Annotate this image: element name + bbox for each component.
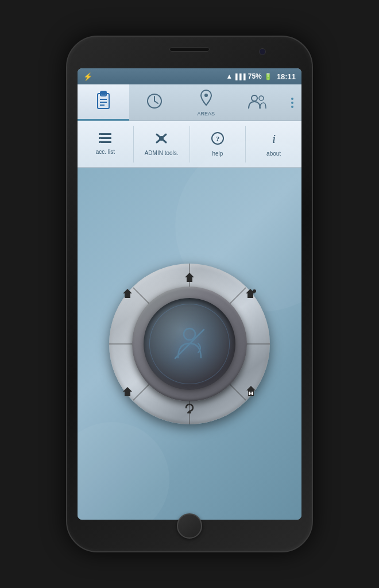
help-label: help: [212, 150, 223, 157]
svg-rect-12: [99, 133, 111, 135]
menu-item-admin-tools[interactable]: ADMIN tools.: [134, 126, 190, 163]
dial-center-button[interactable]: [144, 298, 235, 390]
svg-text:i: i: [272, 131, 276, 145]
dot-3: [291, 106, 293, 108]
dial-icon-refresh[interactable]: [184, 402, 195, 416]
svg-point-10: [252, 95, 257, 101]
home-button[interactable]: [177, 513, 202, 539]
svg-line-8: [154, 101, 158, 103]
menu-item-acc-list[interactable]: acc. list: [78, 126, 134, 163]
tab-people[interactable]: [232, 84, 284, 121]
usb-icon: ⚡: [83, 72, 92, 81]
battery-icon: 🔋: [264, 73, 272, 80]
phone-speaker: [169, 47, 210, 52]
time-display: 18:11: [277, 72, 296, 81]
bg-shape-2: [78, 422, 169, 520]
svg-rect-16: [100, 138, 100, 138]
main-content: [78, 168, 301, 520]
tab-areas[interactable]: AREAS: [180, 84, 232, 121]
phone-camera: [259, 48, 266, 55]
about-label: about: [266, 150, 281, 157]
location-icon: [200, 89, 212, 110]
overflow-menu-button[interactable]: [283, 92, 301, 114]
clipboard-icon: [95, 90, 111, 114]
status-right: ▴ ▐▐▐ 75% 🔋 18:11: [227, 72, 296, 81]
svg-point-9: [204, 94, 208, 97]
battery-percentage: 75%: [248, 72, 262, 80]
svg-rect-2: [100, 91, 106, 95]
dot-2: [291, 102, 293, 104]
clock-icon: [146, 93, 163, 113]
about-icon: i: [267, 131, 281, 148]
list-icon: [99, 133, 111, 146]
dial-icon-home-left[interactable]: [122, 386, 133, 400]
top-tab-bar: AREAS: [78, 84, 301, 121]
svg-point-11: [259, 96, 264, 100]
svg-rect-17: [100, 142, 100, 142]
dial-icon-garage[interactable]: [245, 385, 257, 400]
svg-point-35: [253, 289, 256, 293]
tab-clock[interactable]: [129, 84, 181, 121]
dot-1: [291, 98, 293, 100]
wifi-icon: ▴: [227, 72, 231, 80]
status-left: ⚡: [83, 72, 92, 81]
help-icon: ?: [211, 131, 225, 148]
dial-icon-home-top-left[interactable]: [122, 288, 133, 302]
admin-tools-label: ADMIN tools.: [145, 150, 179, 156]
menu-item-about[interactable]: i about: [246, 126, 301, 163]
tools-icon: [154, 132, 168, 148]
dial-icon-home-person[interactable]: [245, 288, 257, 303]
dropdown-menu: acc. list ADMIN tools. ?: [78, 121, 301, 168]
areas-label: AREAS: [197, 111, 215, 117]
phone-screen: ⚡ ▴ ▐▐▐ 75% 🔋 18:11: [78, 68, 301, 520]
acc-list-label: acc. list: [96, 149, 115, 155]
status-bar: ⚡ ▴ ▐▐▐ 75% 🔋 18:11: [78, 68, 301, 84]
svg-rect-15: [100, 134, 100, 134]
svg-line-34: [175, 330, 204, 358]
svg-text:?: ?: [216, 134, 220, 143]
phone-frame: ⚡ ▴ ▐▐▐ 75% 🔋 18:11: [66, 36, 313, 552]
dial-control[interactable]: [109, 264, 270, 424]
dial-icon-home-top[interactable]: [184, 272, 195, 286]
people-icon: [247, 94, 267, 112]
center-icon: [167, 321, 212, 367]
svg-rect-14: [99, 141, 111, 143]
tab-clipboard[interactable]: [78, 84, 129, 121]
svg-point-33: [184, 328, 195, 340]
signal-icon: ▐▐▐: [233, 74, 245, 80]
menu-item-help[interactable]: ? help: [190, 126, 246, 163]
svg-rect-13: [99, 137, 111, 139]
